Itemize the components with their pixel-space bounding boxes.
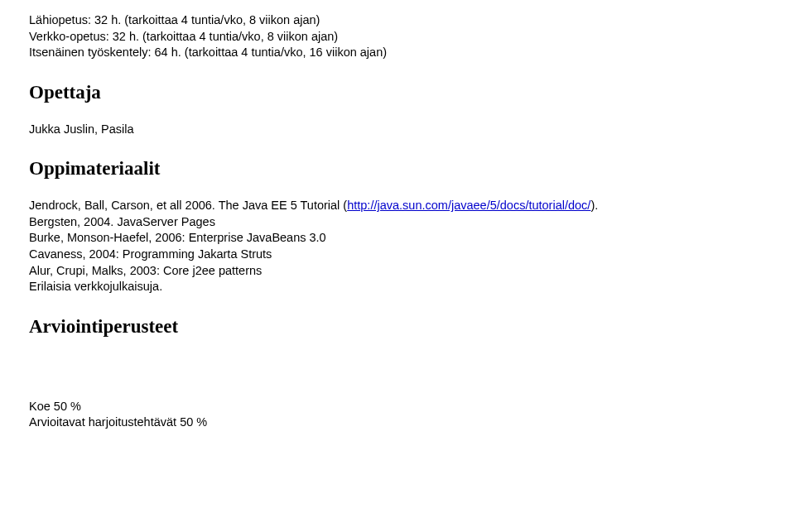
spacer bbox=[29, 356, 762, 399]
assessment-line-2: Arvioitavat harjoitustehtävät 50 % bbox=[29, 415, 762, 431]
material-line-4: Cavaness, 2004: Programming Jakarta Stru… bbox=[29, 247, 762, 263]
hours-lahiopetus: Lähiopetus: 32 h. (tarkoittaa 4 tuntia/v… bbox=[29, 12, 762, 29]
material-link-javaee[interactable]: http://java.sun.com/javaee/5/docs/tutori… bbox=[347, 199, 590, 212]
material-line-1-pre: Jendrock, Ball, Carson, et all 2006. The… bbox=[29, 199, 347, 212]
hours-verkkoopetus: Verkko-opetus: 32 h. (tarkoittaa 4 tunti… bbox=[29, 29, 762, 46]
material-line-3: Burke, Monson-Haefel, 2006: Enterprise J… bbox=[29, 230, 762, 247]
heading-opettaja: Opettaja bbox=[29, 82, 762, 103]
heading-oppimateriaalit: Oppimateriaalit bbox=[29, 158, 762, 180]
assessment-line-1: Koe 50 % bbox=[29, 399, 762, 415]
material-line-5: Alur, Crupi, Malks, 2003: Core j2ee patt… bbox=[29, 263, 762, 280]
heading-arviointiperusteet: Arviointiperusteet bbox=[29, 316, 762, 338]
material-line-1-post: ). bbox=[590, 199, 598, 212]
material-line-6: Erilaisia verkkojulkaisuja. bbox=[29, 279, 762, 295]
hours-itsenaineen: Itsenäinen työskentely: 64 h. (tarkoitta… bbox=[29, 45, 762, 61]
material-line-2: Bergsten, 2004. JavaServer Pages bbox=[29, 214, 762, 231]
teacher-name: Jukka Juslin, Pasila bbox=[29, 122, 762, 138]
material-line-1: Jendrock, Ball, Carson, et all 2006. The… bbox=[29, 198, 762, 214]
